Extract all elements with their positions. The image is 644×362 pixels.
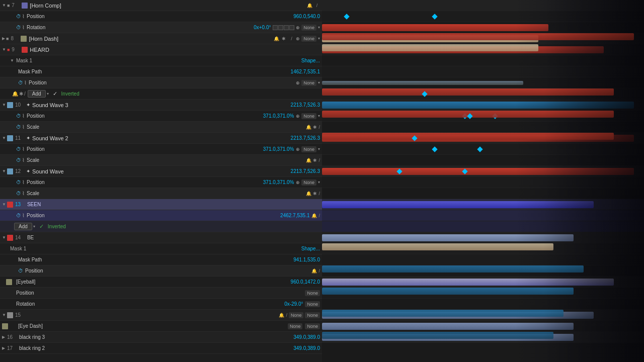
none-badge-2[interactable]: None bbox=[305, 312, 320, 318]
layer-row[interactable]: ▼ 13 SEEN bbox=[0, 199, 322, 210]
keyframe[interactable] bbox=[477, 146, 482, 152]
none-badge[interactable]: None bbox=[301, 146, 316, 152]
graph-icon[interactable]: ⌇ bbox=[22, 191, 25, 196]
stopwatch-icon[interactable]: ⏱ bbox=[16, 146, 21, 152]
property-row[interactable]: ⏱ ⌇ Scale 🔔 ✱ / bbox=[0, 188, 322, 199]
timeline-track-blue-3[interactable] bbox=[322, 310, 564, 317]
timeline-track-red-4[interactable] bbox=[322, 133, 614, 140]
none-badge[interactable]: None bbox=[301, 25, 316, 31]
none-badge[interactable]: None bbox=[288, 323, 303, 329]
track-bar[interactable] bbox=[322, 102, 634, 109]
keyframe[interactable] bbox=[344, 14, 349, 19]
mask-row[interactable]: ▼ Mask 1 Shape... bbox=[0, 55, 322, 66]
expand-arrow[interactable]: ▼ bbox=[2, 235, 6, 240]
stopwatch-icon[interactable]: ⏱ bbox=[16, 113, 21, 119]
layer-row[interactable]: ▼ ■ 7 [Horn Comp] 🔔 / bbox=[0, 0, 322, 11]
layer-row[interactable]: ▶ ■ 8 [Horn Dash] 🔔 ✱ / ⊕ None ▾ bbox=[0, 33, 322, 44]
none-badge[interactable]: None bbox=[305, 290, 320, 296]
property-row[interactable]: ⏱ ⌇ Position 371.0,371.0% ⊕ None ▾ bbox=[0, 177, 322, 188]
property-row[interactable]: ⏱ ⌇ Position 371.0,371.0% ⊕ None ▾ bbox=[0, 144, 322, 155]
layer-row[interactable]: ▼ 12 ✦ Sound Wave 2213.7,526.3 bbox=[0, 166, 322, 177]
expand-arrow[interactable]: ▼ bbox=[2, 3, 6, 8]
property-row[interactable]: ⏱ ⌇ Position 371.0,371.0% ⊕ None ▾ bbox=[0, 111, 322, 122]
track-bar[interactable] bbox=[322, 323, 574, 330]
track-bar[interactable] bbox=[322, 168, 634, 175]
timeline-track-dark-blue[interactable] bbox=[322, 332, 553, 339]
graph-icon[interactable]: ⌇ bbox=[22, 25, 25, 30]
property-row[interactable]: ⏱ ⌇ Position 960.0,540.0 bbox=[0, 11, 322, 22]
layer-row[interactable]: [Eyeball] 960.0,1472.0 bbox=[0, 277, 322, 288]
expand-arrow[interactable]: ▼ bbox=[2, 169, 6, 173]
stopwatch-icon[interactable]: ⏱ bbox=[18, 80, 23, 85]
stopwatch-icon[interactable]: ⏱ bbox=[16, 179, 21, 185]
dropdown-arrow[interactable]: ▾ bbox=[318, 180, 320, 185]
stopwatch-icon[interactable]: ⏱ bbox=[18, 268, 23, 274]
mask-row[interactable]: Mask 1 Shape... bbox=[0, 243, 322, 254]
layer-row[interactable]: ▶ 16 black ring 3 349.0,389.0 bbox=[0, 332, 322, 343]
timeline-track-blue-2[interactable] bbox=[322, 288, 574, 295]
property-row[interactable]: Mask Path 1462.7,535.1 bbox=[0, 66, 322, 77]
property-row[interactable]: ⏱ ⌇ Rotation 0x+0.0° ⊕ None ▾ bbox=[0, 22, 322, 33]
property-row[interactable]: Mask Path 941.1,535.0 bbox=[0, 254, 322, 265]
graph-icon[interactable]: ⌇ bbox=[22, 146, 25, 152]
expand-arrow[interactable]: ▼ bbox=[2, 47, 6, 52]
expand-arrow[interactable]: ▶ bbox=[2, 36, 5, 41]
dropdown-arrow[interactable]: ▾ bbox=[318, 114, 320, 118]
timeline-track-blue-1[interactable] bbox=[322, 265, 584, 273]
keyframe[interactable] bbox=[432, 146, 437, 152]
stopwatch-icon[interactable]: ⏱ bbox=[16, 191, 21, 196]
layer-row[interactable]: ▶ 17 black ring 2 349.0,389.0 bbox=[0, 343, 322, 354]
dropdown-arrow[interactable]: ▾ bbox=[318, 36, 320, 41]
none-badge[interactable]: None bbox=[301, 179, 316, 186]
add-button[interactable]: Add bbox=[28, 90, 46, 98]
keyframe[interactable] bbox=[432, 14, 437, 19]
graph-icon[interactable]: ⌇ bbox=[22, 179, 25, 185]
stopwatch-icon[interactable]: ⏱ bbox=[16, 157, 21, 163]
none-badge[interactable]: None bbox=[289, 312, 304, 318]
track-bar[interactable] bbox=[322, 24, 548, 31]
none-badge[interactable]: None bbox=[301, 36, 316, 42]
graph-icon[interactable]: ⌇ bbox=[22, 157, 25, 163]
dropdown-arrow[interactable]: ▾ bbox=[318, 25, 320, 30]
property-row[interactable]: ⏱ ⌇ Position ⊕ None ▾ bbox=[0, 77, 322, 88]
stopwatch-icon[interactable]: ⏱ bbox=[16, 14, 21, 19]
layer-row[interactable]: ▼ 11 ✦ Sound Wave 2 2213.7,526.3 bbox=[0, 133, 322, 144]
none-badge[interactable]: None bbox=[301, 80, 316, 86]
stopwatch-icon[interactable]: ⏱ bbox=[16, 25, 21, 30]
graph-icon[interactable]: ⌇ bbox=[22, 213, 25, 218]
property-row[interactable]: ⏱ ⌇ Scale 🔔 ✱ / bbox=[0, 122, 322, 133]
graph-icon[interactable]: ⌇ bbox=[24, 80, 27, 85]
layer-row[interactable]: ▼ 10 ✦ Sound Wave 3 2213.7,526.3 bbox=[0, 100, 322, 111]
shape-link[interactable]: Shape... bbox=[301, 58, 320, 63]
graph-icon[interactable]: ⌇ bbox=[22, 124, 25, 130]
layer-row[interactable]: ▼ ■ 9 HEARD bbox=[0, 44, 322, 55]
none-badge[interactable]: None bbox=[305, 301, 320, 307]
track-bar[interactable] bbox=[322, 279, 614, 286]
stopwatch-icon[interactable]: ⏱ bbox=[16, 213, 21, 218]
property-row[interactable]: Position None bbox=[0, 288, 322, 299]
timeline-track-tan-2[interactable] bbox=[322, 243, 553, 250]
graph-icon[interactable]: ⌇ bbox=[22, 14, 25, 19]
graph-icon[interactable]: ⌇ bbox=[22, 113, 25, 119]
expand-arrow[interactable]: ▶ bbox=[2, 346, 5, 350]
shape-link[interactable]: Shape... bbox=[301, 246, 320, 251]
timeline-track-red-2[interactable] bbox=[322, 88, 614, 96]
add-button[interactable]: Add bbox=[14, 223, 32, 230]
expand-arrow[interactable]: ▼ bbox=[10, 58, 14, 63]
track-bar[interactable] bbox=[322, 81, 523, 85]
track-bar[interactable] bbox=[322, 234, 574, 241]
stopwatch-icon[interactable]: ⏱ bbox=[16, 124, 21, 130]
expand-arrow[interactable]: ▼ bbox=[2, 103, 6, 107]
track-bar[interactable] bbox=[322, 201, 594, 208]
property-row[interactable]: ⏱ Position 🔔 / bbox=[0, 265, 322, 277]
none-badge-2[interactable]: None bbox=[305, 323, 320, 329]
layer-row[interactable]: ▼ 15 🔔 / None None bbox=[0, 310, 322, 321]
add-dropdown[interactable]: ▾ bbox=[47, 92, 49, 96]
timeline-track-tan[interactable] bbox=[322, 44, 538, 51]
expand-arrow[interactable]: ▼ bbox=[2, 136, 6, 140]
expand-arrow[interactable]: ▼ bbox=[2, 313, 6, 317]
property-row[interactable]: Rotation 0x-29.0° None bbox=[0, 299, 322, 310]
expand-arrow[interactable]: ▼ bbox=[2, 202, 6, 207]
add-dropdown[interactable]: ▾ bbox=[33, 224, 35, 229]
property-row[interactable]: ⏱ ⌇ Position 2462.7,535.1 🔔 / bbox=[0, 210, 322, 221]
